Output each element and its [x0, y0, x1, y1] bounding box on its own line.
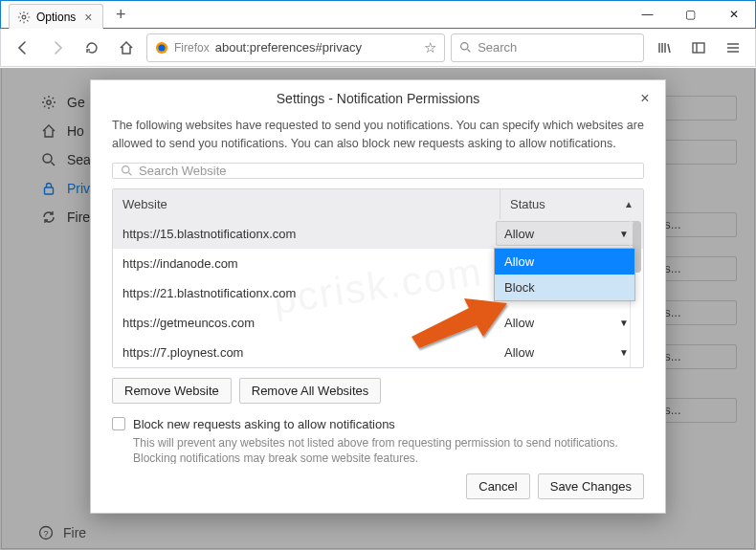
website-cell: https://15.blastnotificationx.com [113, 219, 494, 249]
back-button[interactable] [9, 33, 37, 62]
forward-button[interactable] [43, 33, 72, 62]
arrow-left-icon [14, 39, 32, 56]
table-row[interactable]: https://15.blastnotificationx.com Allow … [113, 219, 643, 249]
library-button[interactable] [650, 33, 678, 62]
notification-permissions-dialog: Settings - Notification Permissions × Th… [90, 79, 666, 514]
tab-strip: Options × + [1, 1, 626, 28]
remove-all-websites-button[interactable]: Remove All Websites [239, 378, 382, 404]
chevron-down-icon: ▼ [619, 229, 629, 239]
hamburger-icon [725, 40, 741, 55]
block-new-note: This will prevent any websites not liste… [133, 435, 644, 465]
svg-rect-4 [693, 43, 704, 53]
dialog-title: Settings - Notification Permissions [277, 91, 479, 106]
remove-website-button[interactable]: Remove Website [112, 378, 232, 404]
minimize-button[interactable]: — [626, 1, 669, 28]
dialog-body: The following websites have requested to… [91, 117, 665, 464]
status-select[interactable]: Allow ▼ [496, 310, 637, 335]
identity-label: Firefox [174, 41, 210, 55]
reload-icon [84, 40, 100, 55]
tab-options[interactable]: Options × [9, 4, 103, 29]
table-actions: Remove Website Remove All Websites [112, 378, 644, 404]
status-cell: Allow ▼ [494, 338, 643, 366]
status-cell: Allow ▼ [494, 219, 643, 248]
block-new-label: Block new requests asking to allow notif… [133, 417, 395, 431]
table-row[interactable]: https://7.ploynest.com Allow ▼ [113, 338, 643, 367]
search-icon [459, 41, 472, 54]
navigation-toolbar: Firefox about:preferences#privacy ☆ Sear… [0, 29, 756, 67]
table-row[interactable]: https://getmeuncos.com Allow ▼ [113, 308, 643, 338]
chevron-down-icon: ▼ [619, 318, 629, 328]
library-icon [656, 40, 672, 55]
search-placeholder: Search [478, 40, 517, 55]
table-header: Website Status ▲ [113, 189, 643, 219]
bookmark-star-icon[interactable]: ☆ [424, 39, 436, 56]
website-cell: https://getmeuncos.com [113, 308, 494, 338]
sidebar-icon [691, 40, 706, 55]
sidebar-button[interactable] [684, 33, 713, 62]
status-dropdown: Allow Block [494, 248, 635, 301]
sort-arrow-icon: ▲ [624, 199, 634, 209]
tab-label: Options [36, 11, 76, 24]
firefox-icon [155, 41, 168, 55]
url-text: about:preferences#privacy [215, 40, 362, 55]
permissions-table: Website Status ▲ https://15.blastnotific… [112, 188, 644, 368]
dialog-close-button[interactable]: × [634, 88, 656, 109]
svg-point-10 [122, 165, 129, 172]
dropdown-option-block[interactable]: Block [495, 275, 634, 300]
website-cell: https://7.ploynest.com [113, 338, 494, 367]
website-cell: https://indanode.com [113, 249, 494, 278]
search-website-input[interactable]: Search Website [112, 163, 644, 179]
arrow-right-icon [49, 39, 66, 56]
search-icon [121, 165, 133, 177]
status-select[interactable]: Allow ▼ [496, 340, 637, 364]
window-titlebar: Options × + — ▢ ✕ [0, 0, 756, 29]
svg-point-2 [159, 44, 166, 51]
save-changes-button[interactable]: Save Changes [538, 473, 644, 499]
column-website[interactable]: Website [113, 189, 500, 219]
menu-button[interactable] [719, 33, 747, 62]
chevron-down-icon: ▼ [619, 347, 629, 358]
table-body: https://15.blastnotificationx.com Allow … [113, 219, 643, 367]
dialog-title-bar: Settings - Notification Permissions × [91, 80, 665, 117]
close-icon[interactable]: × [81, 11, 95, 24]
search-placeholder: Search Website [139, 164, 227, 178]
status-select[interactable]: Allow ▼ [496, 221, 637, 246]
home-button[interactable] [112, 33, 141, 62]
status-cell: Allow ▼ [494, 308, 643, 337]
column-status[interactable]: Status ▲ [500, 189, 643, 219]
search-bar[interactable]: Search [451, 33, 644, 62]
new-tab-button[interactable]: + [109, 3, 132, 26]
svg-point-0 [22, 15, 26, 19]
svg-point-3 [461, 43, 468, 50]
gear-icon [17, 11, 31, 24]
block-new-checkbox[interactable] [112, 417, 125, 430]
close-window-button[interactable]: ✕ [712, 1, 755, 28]
block-new-checkbox-row: Block new requests asking to allow notif… [112, 417, 644, 431]
website-cell: https://21.blastnotificationx.com [113, 278, 494, 308]
window-controls: — ▢ ✕ [626, 1, 755, 28]
dropdown-option-allow[interactable]: Allow [495, 249, 634, 275]
cancel-button[interactable]: Cancel [466, 473, 529, 499]
home-icon [119, 40, 134, 55]
reload-button[interactable] [78, 33, 106, 62]
url-bar[interactable]: Firefox about:preferences#privacy ☆ [146, 33, 445, 62]
dialog-footer: Cancel Save Changes [91, 464, 665, 513]
maximize-button[interactable]: ▢ [669, 1, 712, 28]
dialog-description: The following websites have requested to… [112, 117, 644, 153]
